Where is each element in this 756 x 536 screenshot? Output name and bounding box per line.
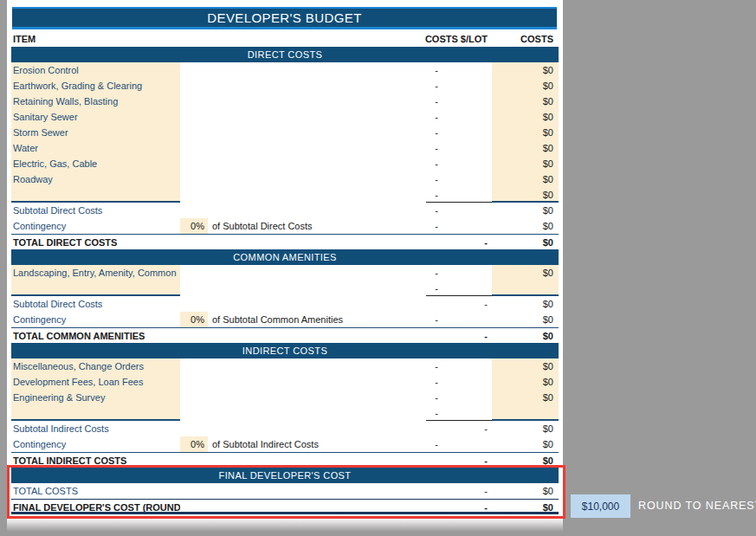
description-cell[interactable] xyxy=(208,265,381,281)
cost-cell[interactable]: $0 xyxy=(492,312,559,327)
description-cell[interactable] xyxy=(208,281,381,296)
cost-per-lot-cell[interactable]: - xyxy=(381,453,492,468)
cost-per-lot-cell[interactable]: - xyxy=(381,218,492,234)
description-cell[interactable] xyxy=(208,140,381,156)
item-cell[interactable]: Contingency xyxy=(11,218,180,234)
description-cell[interactable] xyxy=(208,453,381,468)
cost-per-lot-cell[interactable]: - xyxy=(381,156,492,171)
description-cell[interactable] xyxy=(208,125,381,140)
cost-per-lot-cell[interactable]: - xyxy=(381,436,492,452)
cost-cell[interactable]: $0 xyxy=(492,374,559,390)
cost-cell[interactable]: $0 xyxy=(492,358,559,374)
cost-per-lot-cell[interactable]: - xyxy=(381,171,492,187)
item-cell[interactable]: Subtotal Indirect Costs xyxy=(11,421,180,436)
cost-per-lot-cell[interactable]: - xyxy=(381,281,492,296)
cost-cell[interactable] xyxy=(492,405,559,421)
cost-cell[interactable]: $0 xyxy=(492,62,559,78)
item-cell[interactable]: TOTAL COMMON AMENITIES xyxy=(11,328,180,343)
cost-per-lot-cell[interactable]: - xyxy=(381,500,492,512)
cost-per-lot-cell[interactable]: - xyxy=(381,125,492,140)
item-cell[interactable]: FINAL DEVELOPER'S COST (ROUNDED TO NEARE… xyxy=(11,500,180,512)
description-cell[interactable] xyxy=(208,374,381,390)
cost-cell[interactable]: $0 xyxy=(492,328,559,343)
cost-per-lot-cell[interactable]: - xyxy=(381,187,492,203)
contingency-percent-cell[interactable] xyxy=(180,109,208,125)
description-cell[interactable]: of Subtotal Direct Costs xyxy=(208,218,381,234)
cost-per-lot-cell[interactable]: - xyxy=(381,358,492,374)
item-cell[interactable] xyxy=(11,281,180,296)
cost-per-lot-cell[interactable]: - xyxy=(381,78,492,94)
item-cell[interactable]: Contingency xyxy=(11,312,180,327)
cost-cell[interactable]: $0 xyxy=(492,500,559,512)
description-cell[interactable] xyxy=(208,187,381,203)
cost-per-lot-cell[interactable]: - xyxy=(381,421,492,436)
description-cell[interactable] xyxy=(208,78,381,94)
description-cell[interactable] xyxy=(208,405,381,421)
description-cell[interactable] xyxy=(208,235,381,249)
item-cell[interactable]: Subtotal Direct Costs xyxy=(11,296,180,312)
cost-cell[interactable]: $0 xyxy=(492,109,559,125)
description-cell[interactable] xyxy=(208,390,381,405)
cost-per-lot-cell[interactable]: - xyxy=(381,94,492,109)
cost-per-lot-cell[interactable]: - xyxy=(381,235,492,249)
cost-per-lot-cell[interactable]: - xyxy=(381,405,492,421)
description-cell[interactable] xyxy=(208,156,381,171)
cost-cell[interactable]: $0 xyxy=(492,140,559,156)
contingency-percent-cell[interactable] xyxy=(180,187,208,203)
description-cell[interactable] xyxy=(208,500,381,512)
item-cell[interactable]: TOTAL DIRECT COSTS xyxy=(11,235,180,249)
cost-per-lot-cell[interactable]: - xyxy=(381,296,492,312)
item-cell[interactable] xyxy=(11,187,180,203)
contingency-percent-cell[interactable] xyxy=(180,140,208,156)
description-cell[interactable] xyxy=(208,421,381,436)
description-cell[interactable] xyxy=(208,94,381,109)
description-cell[interactable] xyxy=(208,171,381,187)
item-cell[interactable]: Subtotal Direct Costs xyxy=(11,203,180,218)
cost-cell[interactable]: $0 xyxy=(492,78,559,94)
contingency-percent-cell[interactable] xyxy=(180,296,208,312)
contingency-percent-cell[interactable] xyxy=(180,390,208,405)
cost-cell[interactable]: $0 xyxy=(492,125,559,140)
description-cell[interactable] xyxy=(208,62,381,78)
contingency-percent-cell[interactable] xyxy=(180,156,208,171)
contingency-percent-cell[interactable]: 0% xyxy=(180,312,208,327)
cost-cell[interactable] xyxy=(492,281,559,296)
cost-per-lot-cell[interactable]: - xyxy=(381,328,492,343)
item-cell[interactable]: Electric, Gas, Cable xyxy=(11,156,180,171)
cost-per-lot-cell[interactable]: - xyxy=(381,374,492,390)
cost-per-lot-cell[interactable]: - xyxy=(381,265,492,281)
contingency-percent-cell[interactable] xyxy=(180,235,208,249)
contingency-percent-cell[interactable] xyxy=(180,62,208,78)
cost-cell[interactable]: $0 xyxy=(492,265,559,281)
description-cell[interactable] xyxy=(208,328,381,343)
contingency-percent-cell[interactable] xyxy=(180,483,208,499)
item-cell[interactable]: Retaining Walls, Blasting xyxy=(11,94,180,109)
cost-cell[interactable]: $0 xyxy=(492,187,559,203)
cost-cell[interactable]: $0 xyxy=(492,171,559,187)
description-cell[interactable] xyxy=(208,358,381,374)
description-cell[interactable]: of Subtotal Indirect Costs xyxy=(208,436,381,452)
item-cell[interactable]: Sanitary Sewer xyxy=(11,109,180,125)
contingency-percent-cell[interactable] xyxy=(180,421,208,436)
cost-cell[interactable]: $0 xyxy=(492,436,559,452)
contingency-percent-cell[interactable] xyxy=(180,500,208,512)
contingency-percent-cell[interactable] xyxy=(180,203,208,218)
item-cell[interactable]: Landscaping, Entry, Amenity, Common xyxy=(11,265,180,281)
contingency-percent-cell[interactable] xyxy=(180,328,208,343)
contingency-percent-cell[interactable] xyxy=(180,281,208,296)
item-cell[interactable]: TOTAL INDIRECT COSTS xyxy=(11,453,180,468)
round-to-nearest-value-cell[interactable]: $10,000 xyxy=(571,494,630,518)
contingency-percent-cell[interactable] xyxy=(180,265,208,281)
description-cell[interactable]: of Subtotal Common Amenities xyxy=(208,312,381,327)
cost-cell[interactable]: $0 xyxy=(492,94,559,109)
cost-cell[interactable]: $0 xyxy=(492,296,559,312)
contingency-percent-cell[interactable] xyxy=(180,78,208,94)
item-cell[interactable] xyxy=(11,405,180,421)
contingency-percent-cell[interactable] xyxy=(180,125,208,140)
cost-cell[interactable]: $0 xyxy=(492,453,559,468)
cost-cell[interactable]: $0 xyxy=(492,203,559,218)
contingency-percent-cell[interactable] xyxy=(180,405,208,421)
cost-per-lot-cell[interactable]: - xyxy=(381,140,492,156)
item-cell[interactable]: Miscellaneous, Change Orders xyxy=(11,358,180,374)
contingency-percent-cell[interactable] xyxy=(180,94,208,109)
